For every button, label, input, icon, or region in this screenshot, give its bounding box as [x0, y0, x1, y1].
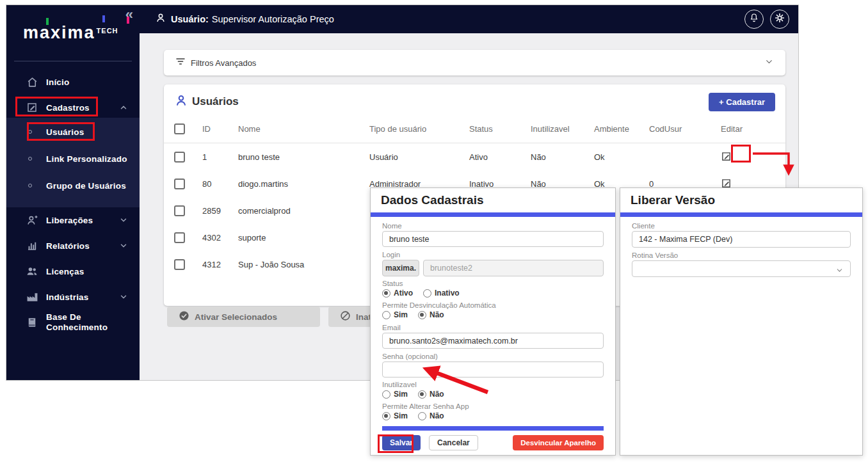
senha-label: Senha (opcional) [382, 353, 604, 360]
nome-field[interactable]: bruno teste [382, 231, 604, 247]
radio-sim[interactable]: Sim [382, 411, 408, 420]
cell-id: 2859 [202, 206, 238, 216]
sidebar-item-label: Licenças [46, 267, 84, 276]
sidebar-item-usuarios[interactable]: Usuários [6, 119, 140, 145]
save-button[interactable]: Salvar [382, 435, 421, 450]
title-accent-bar [620, 212, 862, 217]
settings-button[interactable] [770, 10, 789, 29]
filters-label: Filtros Avançados [191, 58, 256, 68]
sidebar-item-cadastros[interactable]: Cadastros [6, 95, 140, 120]
column-header-nome: Nome [238, 124, 369, 134]
cell-id: 1 [202, 152, 238, 162]
senha-field[interactable] [382, 362, 604, 378]
rotina-versao-label: Rotina Versão [632, 251, 851, 259]
radio-icon [418, 390, 426, 399]
sidebar-item-label: Início [46, 77, 69, 87]
table-row: 1 bruno teste Usuário Ativo Não Ok [164, 143, 785, 170]
chevron-down-icon [835, 266, 844, 277]
logo-text: maxima [23, 23, 95, 42]
radio-nao[interactable]: Não [418, 310, 444, 319]
radio-inativo[interactable]: Inativo [423, 289, 460, 298]
bell-icon [749, 13, 759, 26]
edit-square-icon [26, 101, 38, 114]
advanced-filters-bar[interactable]: Filtros Avançados [164, 50, 785, 76]
cancel-button[interactable]: Cancelar [429, 435, 478, 450]
logo-blue-tick [102, 15, 105, 22]
radio-nao[interactable]: Não [418, 390, 444, 399]
column-header-codusur: CodUsur [649, 124, 721, 134]
user-label: Usuário: [171, 14, 209, 24]
status-radio-group: Ativo Inativo [382, 288, 604, 298]
row-checkbox[interactable] [174, 232, 185, 243]
radio-label: Não [430, 390, 444, 399]
column-header-ambiente: Ambiente [594, 124, 649, 134]
rotina-versao-select[interactable] [632, 260, 851, 277]
sidebar-item-link-personalizado[interactable]: Link Personalizado [6, 146, 140, 171]
chevron-down-icon[interactable] [764, 57, 774, 69]
row-checkbox[interactable] [174, 205, 185, 216]
select-all-checkbox[interactable] [174, 123, 185, 134]
dados-cadastrais-panel: Dados Cadastrais Nome bruno teste Login … [370, 187, 616, 456]
radio-sim[interactable]: Sim [382, 310, 408, 319]
desvinculacao-radio-group: Sim Não [382, 310, 604, 320]
book-icon [26, 316, 38, 329]
sidebar-item-base-de-conhecimento[interactable]: Base De Conhecimento [6, 307, 140, 338]
edit-icon[interactable] [721, 151, 732, 163]
sidebar: « maximaTECH Início Cadastros [6, 5, 140, 380]
radio-label: Sim [394, 310, 408, 319]
sidebar-item-label: Grupo de Usuários [46, 181, 126, 191]
liberar-versao-panel: Liberar Versão Cliente 142 - Maxima FECP… [620, 187, 863, 456]
email-field[interactable]: bruno.santo2s@maximatech.com.br [382, 333, 604, 349]
users-card-header: Usuários + Cadastrar [164, 84, 785, 115]
radio-icon [382, 311, 390, 319]
radio-icon [418, 412, 426, 420]
radio-nao[interactable]: Não [418, 411, 444, 420]
bar-chart-icon [26, 239, 38, 252]
factory-icon [26, 290, 38, 303]
row-checkbox[interactable] [174, 259, 185, 270]
cell-ambiente: Ok [594, 152, 649, 162]
table-header: ID Nome Tipo de usuário Status Inutiliza… [164, 115, 785, 143]
radio-label: Não [430, 310, 444, 319]
sidebar-item-inicio[interactable]: Início [6, 69, 140, 95]
cell-nome: Sup - João Sousa [238, 260, 369, 269]
radio-sim[interactable]: Sim [382, 390, 408, 399]
cliente-field[interactable]: 142 - Maxima FECP (Dev) [632, 231, 851, 248]
cell-id: 4302 [202, 233, 238, 242]
sidebar-item-label: Cadastros [46, 103, 90, 113]
bottom-accent-bar [382, 426, 604, 431]
row-checkbox[interactable] [174, 152, 185, 163]
radio-ativo[interactable]: Ativo [382, 289, 413, 298]
unlink-device-button[interactable]: Desvincular Aparelho [513, 435, 604, 450]
radio-label: Sim [394, 390, 408, 399]
row-checkbox[interactable] [174, 179, 185, 189]
home-icon [26, 76, 38, 88]
sidebar-item-liberacoes[interactable]: Liberações [6, 207, 140, 233]
sidebar-item-licencas[interactable]: Licenças [6, 258, 140, 284]
radio-label: Não [430, 411, 444, 420]
sidebar-item-grupo-de-usuarios[interactable]: Grupo de Usuários [6, 173, 140, 198]
status-label: Status [382, 280, 604, 287]
radio-label: Inativo [435, 289, 460, 298]
radio-icon [382, 289, 390, 298]
column-header-inutilizavel: Inutilizavel [531, 124, 594, 134]
sidebar-item-label: Indústrias [46, 292, 89, 302]
cell-status: Ativo [469, 152, 531, 162]
slash-circle-icon [340, 310, 351, 323]
user-name: Supervisor Autorização Preço [212, 14, 334, 24]
login-field[interactable]: brunoteste2 [423, 260, 604, 276]
bullet-icon [28, 130, 32, 134]
cell-inutilizavel: Não [531, 152, 594, 162]
sidebar-item-label: Usuários [46, 127, 84, 137]
nome-label: Nome [382, 222, 604, 230]
radio-icon [423, 289, 431, 298]
people-icon [26, 265, 38, 278]
sidebar-item-industrias[interactable]: Indústrias [6, 284, 140, 310]
panel-title: Liberar Versão [620, 188, 862, 212]
add-user-button[interactable]: + Cadastrar [709, 93, 775, 111]
notifications-button[interactable] [744, 10, 764, 29]
cell-tipo: Usuário [369, 152, 469, 162]
column-header-editar: Editar [721, 124, 785, 134]
sidebar-item-relatorios[interactable]: Relatórios [6, 233, 140, 258]
activate-selected-button[interactable]: Ativar Selecionados [167, 306, 320, 327]
